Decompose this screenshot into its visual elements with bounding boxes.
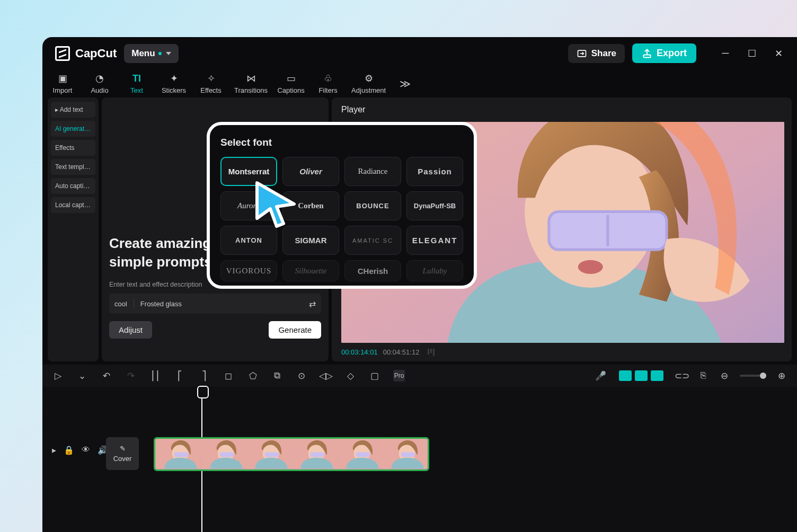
font-option-radiance[interactable]: Radiance (344, 157, 401, 186)
sidebar-item-local-captions[interactable]: Local capti… (51, 197, 95, 213)
sidebar-item-effects[interactable]: Effects (51, 140, 95, 156)
share-button[interactable]: Share (568, 44, 625, 63)
tool-stickers[interactable]: ✦ Stickers (160, 73, 188, 94)
minimize-button[interactable]: ─ (720, 48, 731, 59)
adjustment-icon: ⚙ (365, 73, 373, 84)
font-option-silhouette[interactable]: Silhouette (282, 260, 339, 281)
pointer-chevron-icon[interactable]: ⌄ (76, 370, 88, 382)
clip-thumbnail (382, 439, 428, 469)
zoom-slider[interactable] (740, 375, 766, 377)
generate-button[interactable]: Generate (269, 321, 321, 339)
zoom-out-icon[interactable]: ⊖ (719, 370, 730, 382)
font-option-cherish[interactable]: CHerish (344, 260, 401, 281)
toolbar-more-button[interactable]: ≫ (395, 77, 415, 90)
tool-label: Stickers (162, 86, 186, 94)
mirror-icon[interactable]: ◁▷ (320, 370, 332, 382)
font-option-lullaby[interactable]: Lullaby (406, 260, 463, 281)
trim-right-icon[interactable]: ⎤ (198, 370, 210, 382)
input-chip-effect: Frosted glass (140, 300, 182, 308)
clip-thumbnail (246, 439, 291, 469)
shuffle-icon[interactable]: ⇄ (309, 299, 316, 309)
export-button[interactable]: Export (632, 43, 696, 63)
export-label: Export (657, 48, 687, 59)
video-clip[interactable] (154, 437, 429, 471)
crop-icon[interactable]: ◻ (223, 370, 234, 382)
logo-mark-icon (55, 46, 70, 61)
sidebar-item-text-template[interactable]: Text template (51, 159, 95, 175)
close-button[interactable]: ✕ (773, 48, 784, 59)
transitions-icon: ⋈ (246, 73, 256, 84)
font-option-sigmar[interactable]: SIGMAR (282, 226, 339, 255)
export-icon (642, 48, 652, 59)
redo-icon[interactable]: ↷ (125, 370, 137, 382)
mask-icon[interactable]: ⬠ (247, 370, 259, 382)
tool-import[interactable]: ▣ Import (49, 73, 76, 94)
chevron-down-icon (166, 52, 171, 55)
pointer-tool-icon[interactable]: ▷ (52, 370, 64, 382)
reverse-icon[interactable]: ⊙ (296, 370, 307, 382)
track-toggle-icon[interactable]: ▸ (52, 445, 56, 455)
audio-icon: ◔ (95, 73, 104, 84)
clip-thumbnail (291, 439, 337, 469)
tool-transitions[interactable]: ⋈ Transitions (234, 73, 268, 94)
track-visible-icon[interactable]: 👁 (82, 445, 90, 455)
input-chip-text: cool (114, 300, 127, 308)
tool-audio[interactable]: ◔ Audio (86, 73, 113, 94)
timeline-mode-chips[interactable] (619, 370, 663, 381)
import-icon: ▣ (58, 73, 67, 84)
cover-button[interactable]: ✎ Cover (106, 437, 139, 470)
tool-captions[interactable]: ▭ Captions (277, 73, 305, 94)
popup-title: Select font (220, 137, 463, 148)
undo-icon[interactable]: ↶ (101, 370, 112, 382)
tool-filters[interactable]: ♧ Filters (314, 73, 342, 94)
menu-button[interactable]: Menu (124, 44, 178, 63)
sidebar-item-add-text[interactable]: ▸ Add text (51, 102, 95, 118)
text-sidebar: ▸ Add text AI generated Effects Text tem… (48, 97, 99, 361)
menu-dot-icon (158, 52, 162, 55)
mic-icon[interactable]: 🎤 (595, 370, 606, 382)
tool-label: Adjustment (351, 86, 386, 94)
font-option-vigorous[interactable]: VIGOROUS (220, 260, 277, 281)
zoom-in-icon[interactable]: ⊕ (776, 370, 787, 382)
split-icon[interactable]: ⎮⎮ (149, 370, 161, 382)
stickers-icon: ✦ (170, 73, 178, 84)
svg-rect-18 (311, 453, 324, 457)
copy-icon[interactable]: ⧉ (271, 370, 283, 382)
tool-effects[interactable]: ✧ Effects (197, 73, 225, 94)
title-bar: CapCut Menu Share Export ─ ☐ ✕ (42, 37, 797, 69)
rotate-icon[interactable]: ◇ (344, 370, 356, 382)
track-lock-icon[interactable]: 🔒 (64, 445, 74, 455)
trim-left-icon[interactable]: ⎡ (174, 370, 185, 382)
font-option-anton[interactable]: ANTON (220, 226, 277, 255)
tool-label: Filters (318, 86, 337, 94)
pro-badge-icon[interactable]: Pro (393, 370, 405, 382)
cursor-pointer-icon (254, 180, 302, 228)
player-title: Player (341, 105, 784, 114)
font-option-elegant[interactable]: ELEGANT (406, 226, 463, 255)
sidebar-item-auto-captions[interactable]: Auto captio… (51, 178, 95, 194)
adjust-button[interactable]: Adijust (109, 321, 152, 339)
sidebar-item-ai-generated[interactable]: AI generated (51, 121, 95, 137)
link-icon[interactable]: ⎘ (697, 370, 709, 382)
font-option-amatic[interactable]: AMATIC SC (344, 226, 401, 255)
crop2-icon[interactable]: ▢ (369, 370, 380, 382)
tool-label: Transitions (234, 86, 268, 94)
window-controls: ─ ☐ ✕ (720, 48, 784, 59)
svg-rect-15 (265, 453, 279, 457)
pencil-icon: ✎ (120, 445, 126, 453)
timeline[interactable]: ▸ 🔒 👁 🔊 ✎ Cover (42, 387, 797, 532)
font-option-dynapuff[interactable]: DynaPuff-SB (406, 191, 463, 220)
tool-label: Text (130, 86, 143, 94)
menu-label: Menu (131, 48, 155, 59)
prompt-input[interactable]: cool Frosted glass ⇄ (109, 294, 321, 314)
volume-icon[interactable] (428, 349, 435, 356)
tool-adjustment[interactable]: ⚙ Adjustment (351, 73, 386, 94)
tool-label: Audio (91, 86, 108, 94)
font-option-passion[interactable]: Passion (406, 157, 463, 186)
tool-text[interactable]: TI Text (123, 73, 150, 94)
magnet-icon[interactable]: ⊂⊃ (676, 370, 688, 382)
text-icon: TI (132, 73, 141, 84)
maximize-button[interactable]: ☐ (746, 48, 758, 59)
font-option-bounce[interactable]: BOUNCE (344, 191, 401, 220)
top-toolbar: ▣ Import ◔ Audio TI Text ✦ Stickers ✧ Ef… (42, 69, 797, 94)
